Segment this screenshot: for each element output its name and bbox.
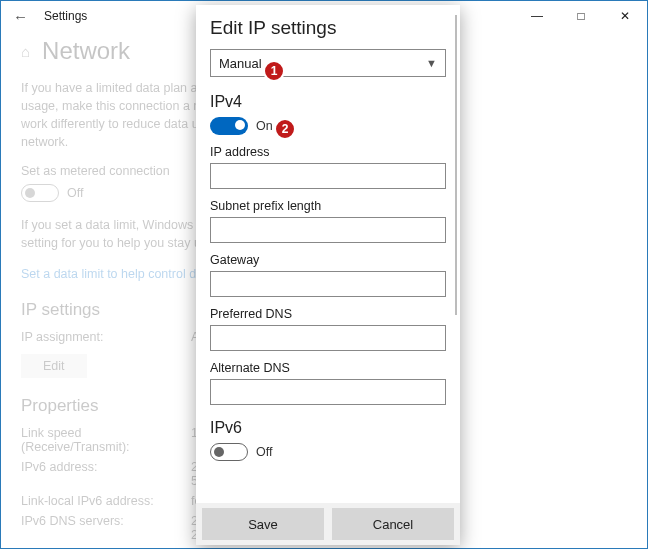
ipv6-heading: IPv6: [210, 419, 446, 437]
settings-window: ← Settings ― □ ✕ ⌂ Network If you have a…: [0, 0, 648, 549]
callout-2: 2: [274, 118, 296, 140]
subnet-input[interactable]: [210, 217, 446, 243]
ipv4-state: On: [256, 119, 273, 133]
ipv6-toggle[interactable]: [210, 443, 248, 461]
ipv4-heading: IPv4: [210, 93, 446, 111]
minimize-button[interactable]: ―: [515, 1, 559, 31]
alternate-dns-label: Alternate DNS: [210, 361, 446, 375]
ip-mode-select[interactable]: Manual ▼: [210, 49, 446, 77]
window-controls: ― □ ✕: [515, 1, 647, 31]
save-button[interactable]: Save: [202, 508, 324, 540]
back-icon[interactable]: ←: [7, 8, 34, 25]
ipv6-state: Off: [256, 445, 272, 459]
cancel-button[interactable]: Cancel: [332, 508, 454, 540]
ipv4-toggle[interactable]: [210, 117, 248, 135]
dialog-scrollbar[interactable]: [455, 15, 457, 315]
ip-address-label: IP address: [210, 145, 446, 159]
edit-ip-dialog: Edit IP settings Manual ▼ IPv4 On IP add…: [196, 5, 460, 545]
close-button[interactable]: ✕: [603, 1, 647, 31]
ip-address-input[interactable]: [210, 163, 446, 189]
subnet-label: Subnet prefix length: [210, 199, 446, 213]
app-title: Settings: [44, 9, 87, 23]
preferred-dns-input[interactable]: [210, 325, 446, 351]
alternate-dns-input[interactable]: [210, 379, 446, 405]
gateway-label: Gateway: [210, 253, 446, 267]
ip-mode-value: Manual: [219, 56, 262, 71]
chevron-down-icon: ▼: [426, 57, 437, 69]
callout-1: 1: [263, 60, 285, 82]
gateway-input[interactable]: [210, 271, 446, 297]
preferred-dns-label: Preferred DNS: [210, 307, 446, 321]
maximize-button[interactable]: □: [559, 1, 603, 31]
dialog-title: Edit IP settings: [210, 17, 446, 39]
dialog-actions: Save Cancel: [196, 503, 460, 545]
